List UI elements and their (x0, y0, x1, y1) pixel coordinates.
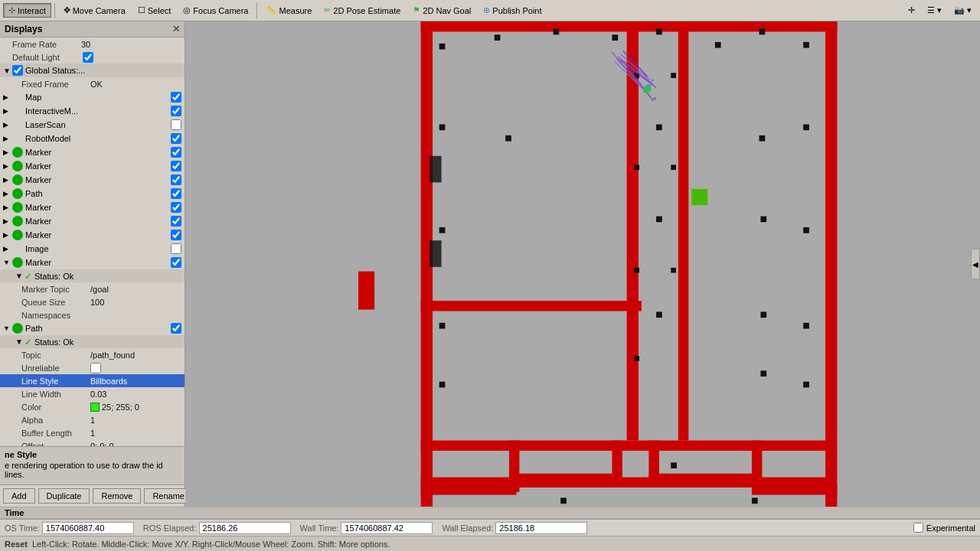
svg-rect-53 (430, 240, 441, 267)
offset-row[interactable]: Offset 0; 0; 0 (0, 439, 185, 446)
frame-rate-row[interactable]: Frame Rate 30 (0, 37, 185, 51)
svg-rect-32 (656, 217, 662, 223)
map-check[interactable] (171, 92, 181, 103)
svg-rect-42 (671, 462, 677, 468)
experimental-checkbox[interactable] (913, 523, 923, 533)
marker-1-item[interactable]: ▶ Marker (0, 145, 185, 159)
ros-elapsed-field: ROS Elapsed: (143, 522, 291, 534)
marker-3-item[interactable]: ▶ Marker (0, 173, 185, 187)
alpha-row[interactable]: Alpha 1 (0, 413, 185, 426)
viewport[interactable]: · · · · · ◀ (185, 21, 980, 507)
svg-rect-12 (752, 441, 762, 492)
view-options[interactable]: ☰ ▾ (922, 3, 947, 18)
marker-6-check[interactable] (171, 230, 181, 240)
marker-6-item[interactable]: ▶ Marker (0, 228, 185, 242)
image-item[interactable]: ▶ Image (0, 242, 185, 256)
marker-4-item[interactable]: ▶ Marker (0, 201, 185, 214)
svg-rect-21 (612, 34, 618, 41)
wall-time-input[interactable] (341, 522, 433, 534)
displays-close-icon[interactable]: ✕ (172, 24, 180, 34)
camera-options[interactable]: 📷 ▾ (949, 3, 977, 18)
interactive-item[interactable]: ▶ InteractiveM... (0, 104, 185, 118)
line-style-row[interactable]: Line Style Billboards (0, 374, 185, 387)
path-1-label: Path (25, 189, 171, 198)
namespaces-row[interactable]: Namespaces (0, 308, 185, 321)
laserscan-check[interactable] (171, 119, 181, 130)
displays-list[interactable]: Frame Rate 30 Default Light ▼ Global Sta… (0, 37, 185, 446)
focus-camera-tool[interactable]: ◎ Focus Camera (178, 3, 253, 18)
buffer-length-row[interactable]: Buffer Length 1 (0, 426, 185, 439)
robotmodel-item[interactable]: ▶ RobotModel (0, 132, 185, 145)
svg-rect-51 (671, 268, 676, 273)
move-camera-tool[interactable]: ✥ Move Camera (58, 3, 131, 18)
marker-7-item[interactable]: ▼ Marker (0, 256, 185, 269)
fixed-frame-row[interactable]: Fixed Frame OK (0, 77, 185, 90)
queue-size-row[interactable]: Queue Size 100 (0, 295, 185, 308)
ros-elapsed-label: ROS Elapsed: (143, 523, 197, 533)
interact-tool[interactable]: ⊹ Interact (3, 3, 51, 18)
marker-5-item[interactable]: ▶ Marker (0, 214, 185, 228)
ros-time-input[interactable] (42, 522, 134, 534)
align-tool[interactable]: ✛ (903, 3, 920, 18)
frame-rate-value: 30 (81, 40, 181, 49)
remove-button[interactable]: Remove (93, 488, 141, 504)
svg-rect-23 (715, 42, 721, 48)
queue-size-label: Queue Size (21, 298, 90, 307)
unreliable-check[interactable] (90, 363, 101, 373)
marker-status-row[interactable]: ▼ ✓ Status: Ok (0, 269, 185, 282)
svg-rect-19 (495, 34, 501, 41)
default-light-row[interactable]: Default Light (0, 51, 185, 64)
pose-estimate-tool[interactable]: ✏ 2D Pose Estimate (318, 3, 406, 18)
duplicate-button[interactable]: Duplicate (38, 488, 90, 504)
svg-rect-17 (358, 272, 374, 310)
svg-rect-41 (803, 382, 809, 388)
marker-2-item[interactable]: ▶ Marker (0, 159, 185, 173)
robotmodel-check[interactable] (171, 133, 181, 144)
svg-rect-47 (634, 268, 639, 273)
ros-elapsed-input[interactable] (199, 522, 291, 534)
path-2-dot (12, 323, 23, 334)
unreliable-row[interactable]: Unreliable (0, 361, 185, 374)
marker-1-check[interactable] (171, 147, 181, 158)
pose-estimate-icon: ✏ (324, 5, 331, 15)
add-button[interactable]: Add (3, 488, 35, 504)
map-item[interactable]: ▶ Map (0, 90, 185, 104)
topic-row[interactable]: Topic /path_found (0, 348, 185, 361)
default-light-check[interactable] (83, 52, 93, 63)
svg-rect-40 (760, 370, 766, 377)
marker-7-check[interactable] (171, 257, 181, 268)
marker-4-check[interactable] (171, 202, 181, 213)
marker-2-check[interactable] (171, 161, 181, 171)
marker-3-check[interactable] (171, 174, 181, 185)
select-tool[interactable]: ☐ Select (132, 3, 177, 18)
global-status-check[interactable] (12, 65, 23, 76)
nav-goal-tool[interactable]: ⚑ 2D Nav Goal (407, 3, 476, 18)
robotmodel-dot (12, 133, 23, 144)
image-check[interactable] (171, 243, 181, 254)
color-row[interactable]: Color 25; 255; 0 (0, 400, 185, 413)
line-style-value: Billboards (90, 377, 181, 386)
path-1-check[interactable] (171, 188, 181, 199)
measure-tool[interactable]: 📏 Measure (260, 3, 317, 18)
line-width-row[interactable]: Line Width 0.03 (0, 387, 185, 400)
path-1-dot (12, 188, 23, 199)
marker-5-check[interactable] (171, 216, 181, 227)
marker-7-dot (12, 257, 23, 268)
scroll-right-handle[interactable]: ◀ (971, 249, 980, 279)
svg-rect-14 (752, 484, 837, 494)
move-camera-icon: ✥ (64, 5, 70, 15)
svg-point-64 (651, 79, 654, 82)
svg-rect-16 (648, 474, 751, 484)
marker-topic-row[interactable]: Marker Topic /goal (0, 282, 185, 295)
path-status-row[interactable]: ▼ ✓ Status: Ok (0, 335, 185, 348)
map-svg: · · · · · (185, 21, 980, 507)
path-1-item[interactable]: ▶ Path (0, 187, 185, 201)
laserscan-dot (12, 119, 23, 130)
path-2-check[interactable] (171, 323, 181, 334)
interactive-check[interactable] (171, 106, 181, 116)
laserscan-item[interactable]: ▶ LaserScan (0, 118, 185, 132)
publish-point-tool[interactable]: ⊕ Publish Point (478, 3, 547, 18)
global-status-row[interactable]: ▼ Global Status:... (0, 64, 185, 77)
wall-elapsed-input[interactable] (495, 522, 587, 534)
path-2-item[interactable]: ▼ Path (0, 321, 185, 335)
